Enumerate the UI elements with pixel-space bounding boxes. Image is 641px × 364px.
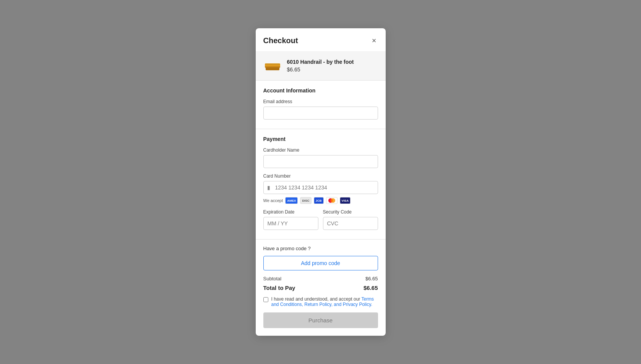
expiry-input[interactable] [263, 217, 318, 230]
cvc-field-group: Security Code [323, 209, 378, 230]
expiry-label: Expiration Date [263, 209, 318, 215]
card-number-label: Card Number [263, 173, 378, 179]
product-image [263, 57, 282, 75]
subtotal-row: Subtotal $6.65 [263, 276, 378, 281]
promo-label: Have a promo code ? [263, 246, 378, 251]
card-number-input[interactable] [263, 181, 378, 194]
cardholder-label: Cardholder Name [263, 147, 378, 153]
cvc-input[interactable] [323, 217, 378, 230]
close-button[interactable]: × [370, 36, 378, 45]
card-number-field-group: Card Number ▮ We accept AMEX DISC JCB [263, 173, 378, 204]
total-row: Total to Pay $6.65 [263, 285, 378, 291]
email-input[interactable] [263, 107, 378, 120]
product-section: 6010 Handrail - by the foot $6.65 [256, 51, 386, 80]
card-number-wrapper: ▮ [263, 181, 378, 194]
terms-checkbox[interactable] [263, 297, 268, 302]
terms-row: I have read and understood, and accept o… [263, 296, 378, 307]
email-field-group: Email address [263, 99, 378, 120]
cardholder-input[interactable] [263, 155, 378, 168]
email-label: Email address [263, 99, 378, 104]
cardholder-field-group: Cardholder Name [263, 147, 378, 168]
we-accept-label: We accept [263, 198, 283, 203]
terms-text: I have read and understood, and accept o… [271, 296, 378, 307]
discover-badge: DISC [300, 197, 311, 204]
product-price: $6.65 [287, 66, 354, 73]
subtotal-value: $6.65 [365, 276, 378, 281]
modal-overlay: Checkout × 6010 Handrail - by the foot $… [0, 0, 641, 364]
promo-summary-section: Have a promo code ? Add promo code Subto… [256, 239, 386, 336]
product-name: 6010 Handrail - by the foot [287, 59, 354, 65]
we-accept-row: We accept AMEX DISC JCB VISA [263, 197, 378, 204]
jcb-badge: JCB [314, 197, 324, 204]
modal-header: Checkout × [256, 28, 386, 51]
total-value: $6.65 [364, 285, 378, 291]
mastercard-badge [326, 197, 338, 204]
modal-title: Checkout [263, 36, 298, 45]
expiry-cvc-row: Expiration Date Security Code [263, 209, 378, 235]
amex-badge: AMEX [285, 197, 298, 204]
credit-card-icon: ▮ [267, 184, 270, 191]
payment-section: Payment Cardholder Name Card Number ▮ We… [256, 129, 386, 239]
visa-badge: VISA [340, 197, 351, 204]
purchase-button[interactable]: Purchase [263, 312, 378, 328]
svg-rect-2 [266, 67, 279, 70]
add-promo-button[interactable]: Add promo code [263, 256, 378, 270]
subtotal-label: Subtotal [263, 276, 282, 281]
checkout-modal: Checkout × 6010 Handrail - by the foot $… [256, 28, 386, 336]
product-info: 6010 Handrail - by the foot $6.65 [287, 59, 354, 73]
cvc-label: Security Code [323, 209, 378, 215]
expiry-field-group: Expiration Date [263, 209, 318, 230]
total-label: Total to Pay [263, 285, 295, 291]
payment-section-title: Payment [263, 136, 378, 142]
account-section-title: Account Information [263, 87, 378, 94]
svg-rect-3 [265, 63, 280, 65]
account-section: Account Information Email address [256, 81, 386, 129]
